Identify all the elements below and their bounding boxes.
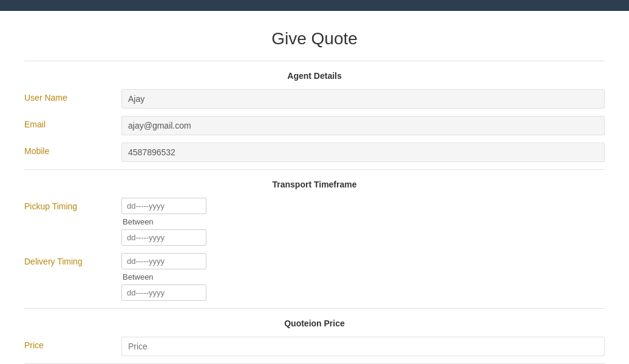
top-bar: [0, 0, 629, 11]
mobile-label: Mobile: [24, 143, 121, 156]
quotation-section-title: Quoteion Price: [24, 318, 605, 328]
mobile-input[interactable]: [121, 143, 605, 162]
page-title: Give Quote: [24, 29, 605, 49]
pickup-label: Pickup Timing: [24, 198, 121, 211]
username-label: User Name: [24, 89, 121, 103]
mobile-row: Mobile: [24, 143, 605, 162]
divider: [24, 61, 605, 61]
username-row: User Name: [24, 89, 605, 109]
pickup-date-end[interactable]: [121, 229, 206, 246]
email-field: [121, 116, 605, 135]
price-row: Price: [24, 337, 605, 356]
pickup-row: Pickup Timing Between: [24, 198, 605, 246]
delivery-row: Delivery Timing Between: [24, 253, 605, 301]
pickup-field: Between: [121, 198, 605, 246]
agent-details-section-title: Agent Details: [24, 71, 605, 81]
transport-section-title: Transport Timeframe: [24, 180, 605, 189]
divider3: [24, 308, 605, 309]
price-field: [121, 337, 605, 356]
pickup-between-label: Between: [123, 217, 605, 226]
email-label: Email: [24, 116, 121, 129]
email-input[interactable]: [121, 116, 605, 135]
delivery-date-end[interactable]: [121, 285, 206, 301]
username-field: [121, 89, 605, 109]
delivery-label: Delivery Timing: [24, 253, 121, 266]
page-wrapper: Give Quote Agent Details User Name Email…: [0, 11, 629, 364]
delivery-field: Between: [121, 253, 605, 301]
divider2: [24, 169, 605, 170]
mobile-field: [121, 143, 605, 162]
price-input[interactable]: [121, 337, 605, 356]
delivery-date-start[interactable]: [121, 253, 206, 269]
email-row: Email: [24, 116, 605, 135]
price-label: Price: [24, 337, 121, 350]
delivery-between-label: Between: [123, 272, 605, 281]
username-input[interactable]: [121, 89, 605, 109]
pickup-date-start[interactable]: [121, 198, 206, 214]
